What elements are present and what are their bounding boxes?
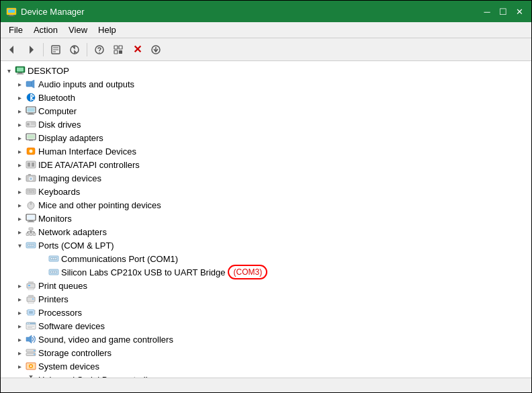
svg-rect-53 (33, 191, 35, 193)
tree-item-monitors[interactable]: Monitors (1, 212, 531, 225)
tree-item-system[interactable]: System devices (1, 359, 531, 373)
expand-processors[interactable] (14, 307, 25, 318)
expand-storage[interactable] (14, 347, 25, 358)
expand-desktop[interactable] (3, 65, 14, 76)
menu-help[interactable]: Help (93, 24, 122, 36)
svg-rect-58 (28, 216, 35, 220)
expand-computer[interactable] (14, 105, 25, 116)
update-button[interactable] (66, 41, 83, 58)
tree-label-mice: Mice and other pointing devices (38, 200, 161, 210)
menu-file[interactable]: File (3, 24, 28, 36)
svg-rect-86 (28, 281, 34, 283)
scan-button[interactable] (109, 41, 127, 58)
expand-monitors[interactable] (14, 213, 25, 224)
download-button[interactable] (147, 41, 165, 58)
svg-point-109 (34, 354, 35, 355)
tree-item-silabs[interactable]: Silicon Labs CP210x USB to UART Bridge (… (1, 265, 531, 279)
expand-display[interactable] (14, 132, 25, 143)
help-button[interactable] (91, 41, 108, 58)
tree-item-bluetooth[interactable]: Bluetooth (1, 91, 531, 104)
title-icon (6, 6, 17, 17)
tree-label-bluetooth: Bluetooth (38, 93, 75, 103)
tree-view[interactable]: DESKTOP Audio inputs and outputs (1, 61, 531, 378)
tree-item-printers[interactable]: Printers (1, 292, 531, 306)
printers-icon (25, 294, 37, 304)
tree-item-display[interactable]: Display adapters (1, 131, 531, 144)
svg-rect-50 (34, 190, 35, 191)
tree-item-disk[interactable]: Disk drives (1, 118, 531, 131)
svg-rect-92 (32, 298, 34, 300)
tree-item-usb[interactable]: Universal Serial Bus controllers (1, 373, 531, 378)
svg-rect-21 (17, 74, 24, 75)
tree-item-software[interactable]: Software devices (1, 319, 531, 333)
svg-rect-12 (114, 46, 118, 49)
menu-action[interactable]: Action (28, 24, 63, 36)
tree-item-printq[interactable]: Print queues (1, 279, 531, 292)
tree-label-desktop: DESKTOP (28, 66, 69, 76)
expand-audio[interactable] (14, 79, 25, 89)
tree-label-audio: Audio inputs and outputs (38, 79, 134, 89)
com3-badge: (COM3) (228, 265, 267, 279)
remove-button[interactable]: ✕ (128, 41, 146, 58)
tree-item-com1[interactable]: Communications Port (COM1) (1, 252, 531, 265)
svg-point-72 (28, 245, 30, 246)
disk-icon (25, 119, 37, 130)
tree-item-desktop[interactable]: DESKTOP (1, 64, 531, 77)
tree-item-ports[interactable]: Ports (COM & LPT) (1, 238, 531, 252)
scan-icon (113, 44, 124, 55)
tree-item-mice[interactable]: Mice and other pointing devices (1, 198, 531, 212)
back-button[interactable] (3, 41, 21, 58)
tree-label-system: System devices (38, 361, 99, 372)
expand-ide[interactable] (14, 159, 25, 170)
tree-item-imaging[interactable]: Imaging devices (1, 171, 531, 185)
expand-mice[interactable] (14, 200, 25, 210)
svg-rect-14 (114, 50, 118, 54)
expand-bluetooth[interactable] (14, 92, 25, 103)
tree-label-com1: Communications Port (COM1) (61, 254, 178, 264)
menu-bar: File Action View Help (1, 22, 531, 38)
svg-point-79 (55, 258, 56, 259)
silabs-icon (48, 267, 60, 277)
audio-icon (25, 79, 37, 89)
tree-item-sound[interactable]: Sound, video and game controllers (1, 333, 531, 346)
expand-system[interactable] (14, 361, 25, 372)
tree-item-hid[interactable]: Human Interface Devices (1, 144, 531, 158)
svg-rect-60 (28, 222, 34, 222)
close-button[interactable]: ✕ (513, 5, 526, 18)
maximize-button[interactable]: ☐ (496, 5, 510, 18)
properties-button[interactable] (47, 41, 64, 58)
tree-item-storage[interactable]: Storage controllers (1, 346, 531, 359)
svg-point-82 (51, 271, 52, 273)
expand-printers[interactable] (14, 294, 25, 304)
menu-view[interactable]: View (63, 24, 93, 36)
tree-item-ide[interactable]: IDE ATA/ATAPI controllers (1, 158, 531, 171)
svg-rect-27 (29, 113, 33, 114)
svg-rect-48 (31, 190, 32, 191)
svg-rect-61 (29, 228, 33, 230)
expand-software[interactable] (14, 320, 25, 331)
properties-icon (50, 44, 61, 55)
minimize-button[interactable]: ─ (480, 5, 494, 18)
expand-sound[interactable] (14, 334, 25, 345)
svg-point-44 (30, 177, 32, 180)
svg-rect-94 (29, 311, 33, 314)
svg-point-77 (51, 258, 52, 259)
expand-hid[interactable] (14, 146, 25, 157)
expand-keyboard[interactable] (14, 186, 25, 197)
expand-disk[interactable] (14, 119, 25, 130)
tree-item-processors[interactable]: Processors (1, 306, 531, 319)
expand-ports[interactable] (14, 240, 25, 251)
expand-network[interactable] (14, 226, 25, 237)
expand-com1 (37, 253, 48, 264)
svg-point-84 (55, 271, 56, 273)
tree-item-keyboard[interactable]: Keyboards (1, 185, 531, 198)
tree-item-network[interactable]: Network adapters (1, 225, 531, 238)
svg-point-73 (30, 245, 32, 246)
expand-imaging[interactable] (14, 173, 25, 183)
svg-point-101 (27, 323, 28, 324)
svg-rect-63 (30, 233, 32, 236)
tree-item-computer[interactable]: Computer (1, 104, 531, 118)
tree-item-audio[interactable]: Audio inputs and outputs (1, 77, 531, 91)
forward-button[interactable] (22, 41, 40, 58)
expand-printq[interactable] (14, 280, 25, 291)
